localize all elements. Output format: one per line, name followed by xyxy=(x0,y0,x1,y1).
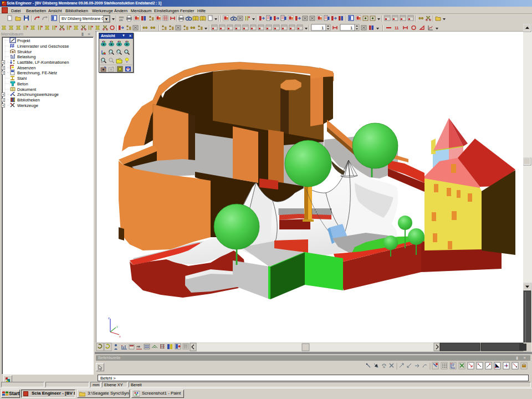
svg-text:z: z xyxy=(108,316,110,320)
svg-text:x: x xyxy=(119,335,121,338)
svg-text:G: G xyxy=(383,365,385,369)
svg-text:ᴬᴮ: ᴬᴮ xyxy=(136,345,140,349)
svg-text:y: y xyxy=(116,325,118,328)
